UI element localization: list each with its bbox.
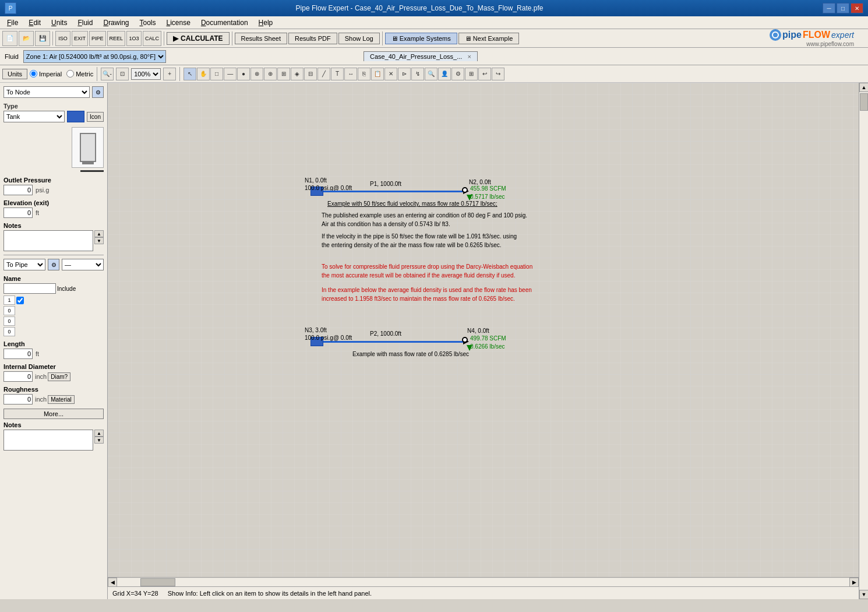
next-example-button[interactable]: 🖥 Next Example	[458, 33, 520, 44]
units-button[interactable]: Units	[2, 69, 27, 79]
node-options-button[interactable]: ⚙	[92, 86, 104, 98]
copy-tool[interactable]: ⎘	[358, 68, 371, 80]
minimize-button[interactable]: ─	[823, 3, 835, 13]
vscroll-down[interactable]: ▼	[859, 590, 868, 599]
to-node-select[interactable]: To Node	[3, 86, 90, 98]
node-tool[interactable]: ●	[237, 68, 250, 80]
dimension-tool[interactable]: ↔	[344, 68, 357, 80]
close-button[interactable]: ✕	[851, 3, 863, 13]
exit-button[interactable]: EXIT	[72, 31, 88, 46]
scroll-up[interactable]: ▲	[94, 230, 104, 237]
to-pipe-select[interactable]: To Pipe	[3, 259, 45, 270]
component3[interactable]: ⊟	[304, 68, 317, 80]
new-button[interactable]: 📄	[2, 31, 17, 46]
1o3-button[interactable]: 1O3	[126, 31, 142, 46]
calculate-button[interactable]: ▶ CALCULATE	[167, 32, 229, 45]
length-input[interactable]	[3, 349, 33, 359]
draw-line[interactable]: ╱	[317, 68, 330, 80]
vertical-scrollbar[interactable]: ▲ ▼	[859, 83, 868, 599]
file-tab[interactable]: Case_40_Air_Pressure_Loss_... ×	[364, 51, 478, 61]
zone-selector[interactable]: Zone 1: Air [0.524000 lb/ft³ at 90.0psi.…	[23, 50, 166, 63]
vscroll-track[interactable]	[859, 92, 868, 590]
type-select[interactable]: Tank	[3, 111, 65, 122]
scroll-down-bottom[interactable]: ▼	[94, 437, 104, 444]
vscroll-thumb[interactable]	[860, 93, 868, 111]
zoom-in-button[interactable]: +	[163, 68, 176, 80]
vscroll-up[interactable]: ▲	[859, 83, 868, 92]
menu-tools[interactable]: Tools	[135, 17, 160, 28]
results-sheet-button[interactable]: Results Sheet	[235, 33, 287, 44]
scroll-down[interactable]: ▼	[94, 237, 104, 244]
material-button[interactable]: Material	[48, 395, 75, 404]
menu-license[interactable]: License	[162, 17, 195, 28]
pipe-draw-tool[interactable]: —	[224, 68, 237, 80]
open-button[interactable]: 📂	[19, 31, 34, 46]
scroll-up-bottom[interactable]: ▲	[94, 430, 104, 437]
zoom-area[interactable]: 🔍	[425, 68, 437, 80]
metric-radio-label[interactable]: Metric	[66, 70, 93, 78]
restore-button[interactable]: □	[837, 3, 849, 13]
horizontal-scrollbar[interactable]: ◀ ▶	[108, 577, 859, 586]
hscroll-left[interactable]: ◀	[108, 578, 117, 587]
redo-button[interactable]: ↪	[492, 68, 504, 80]
show-log-button[interactable]: Show Log	[338, 33, 380, 44]
undo-button[interactable]: ↩	[478, 68, 491, 80]
notes-textarea-bottom[interactable]	[3, 430, 93, 451]
name-input[interactable]	[3, 283, 56, 294]
settings-tool[interactable]: ⚙	[451, 68, 464, 80]
iso-button[interactable]: ISO	[55, 31, 70, 46]
zoom-selector[interactable]: 100%50%75%125%150%	[131, 68, 161, 80]
hscroll-track[interactable]	[117, 578, 849, 586]
menu-units[interactable]: Units	[47, 17, 72, 28]
example-systems-button[interactable]: 🖥 Example Systems	[385, 33, 457, 44]
icon-button[interactable]: Icon	[87, 112, 104, 122]
valve-tool[interactable]: ⊗	[250, 68, 263, 80]
reel-button[interactable]: REEL	[107, 31, 126, 46]
calc-small-button[interactable]: CALC	[143, 31, 161, 46]
grid-tool[interactable]: ⊞	[465, 68, 478, 80]
notes-textarea-top[interactable]	[3, 230, 93, 251]
tool1[interactable]: ⊳	[398, 68, 411, 80]
rectangle-tool[interactable]: □	[210, 68, 223, 80]
imperial-radio-label[interactable]: Imperial	[30, 70, 62, 78]
paste-tool[interactable]: 📋	[371, 68, 384, 80]
menu-drawing[interactable]: Drawing	[98, 17, 133, 28]
menu-help[interactable]: Help	[254, 17, 278, 28]
text-tool[interactable]: T	[331, 68, 344, 80]
elevation-input[interactable]	[3, 207, 33, 218]
pipe-p1-line[interactable]	[323, 191, 466, 192]
pump-tool[interactable]: ⊕	[264, 68, 277, 80]
more-button[interactable]: More...	[3, 409, 104, 419]
menu-fluid[interactable]: Fluid	[73, 17, 97, 28]
canvas-area[interactable]: N1, 0.0ft 100.0 psi.g@ 0.0ft P1, 1000.0f…	[108, 83, 859, 577]
tool2[interactable]: ↯	[411, 68, 424, 80]
zoom-out-button[interactable]: 🔍-	[101, 68, 114, 80]
roughness-input[interactable]	[3, 394, 33, 405]
component2[interactable]: ◈	[291, 68, 304, 80]
type-color-swatch[interactable]	[67, 111, 84, 122]
zoom-fit-button[interactable]: ⊡	[116, 68, 129, 80]
component1[interactable]: ⊞	[277, 68, 290, 80]
pipe-p2-line[interactable]	[323, 341, 466, 343]
menu-documentation[interactable]: Documentation	[196, 17, 253, 28]
tab-close-button[interactable]: ×	[467, 53, 471, 60]
delete-tool[interactable]: ✕	[384, 68, 397, 80]
pipe-options-button[interactable]: ⚙	[48, 259, 59, 270]
diam-button[interactable]: Diam?	[48, 372, 70, 381]
pipe-line-select[interactable]: —	[62, 259, 104, 270]
node-n4-dot[interactable]	[462, 337, 468, 343]
include-checkbox[interactable]	[16, 297, 24, 304]
select-tool[interactable]: ↖	[184, 68, 196, 80]
diameter-input[interactable]	[3, 371, 33, 382]
results-pdf-button[interactable]: Results PDF	[288, 33, 337, 44]
hscroll-right[interactable]: ▶	[849, 578, 859, 587]
user-tool[interactable]: 👤	[438, 68, 451, 80]
save-button[interactable]: 💾	[35, 31, 50, 46]
menu-edit[interactable]: Edit	[24, 17, 45, 28]
outlet-pressure-input[interactable]	[3, 185, 33, 195]
pan-tool[interactable]: ✋	[197, 68, 210, 80]
menu-file[interactable]: File	[2, 17, 23, 28]
metric-radio[interactable]	[66, 70, 74, 78]
node-n2-dot[interactable]	[462, 187, 468, 193]
imperial-radio[interactable]	[30, 70, 37, 78]
